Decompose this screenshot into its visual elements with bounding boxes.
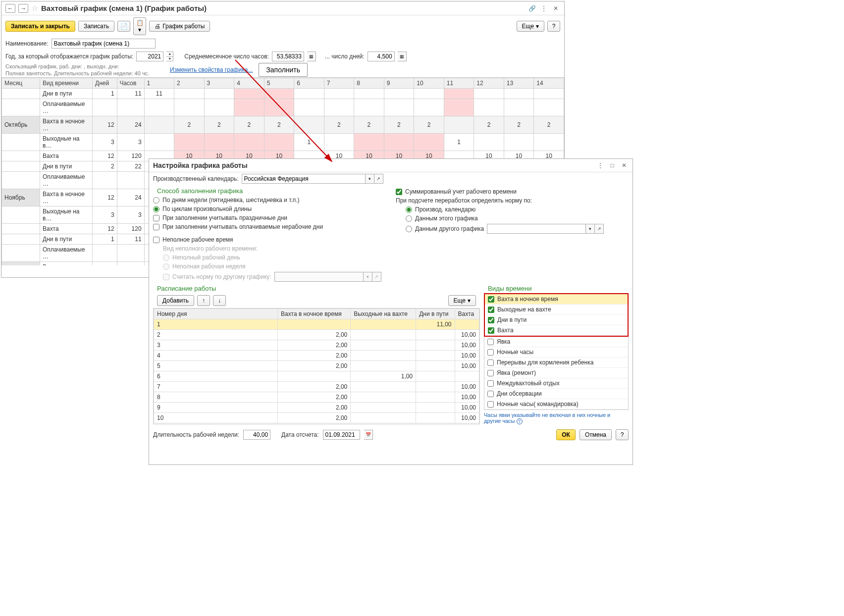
norm-other-select — [274, 272, 364, 279]
attach-icon[interactable]: 🔗 — [528, 4, 536, 13]
titlebar: ← → ☆ Вахтовый график (смена 1) (График … — [1, 1, 564, 15]
dialog-titlebar: Настройка графика работы ⋮ □ ✕ — [149, 159, 633, 172]
toolbar: Записать и закрыть Записать 📄 📋▾ 🖨 Графи… — [1, 15, 564, 37]
window-title: Вахтовый график (смена 1) (График работы… — [41, 4, 525, 12]
save-close-button[interactable]: Записать и закрыть — [5, 21, 75, 32]
overtime-label: При подсчете переработок определять норм… — [396, 196, 629, 205]
star-icon[interactable]: ☆ — [31, 3, 38, 13]
avg-hours-input[interactable] — [272, 51, 304, 61]
fill-button[interactable]: Заполнить — [259, 63, 308, 77]
open-icon[interactable]: ↗ — [374, 174, 383, 184]
nav-back-button[interactable]: ← — [5, 4, 15, 13]
part-day-radio: Неполный рабочий день — [163, 253, 386, 262]
change-props-link[interactable]: Изменить свойства графика... — [170, 66, 253, 73]
report-icon[interactable]: 📄 — [117, 21, 130, 32]
save-button[interactable]: Записать — [78, 21, 114, 32]
avg-hours-label: Среднемесячное число часов: — [184, 53, 269, 60]
print-schedule-button[interactable]: 🖨 График работы — [149, 21, 210, 32]
dialog-menu-icon[interactable]: ⋮ — [596, 161, 605, 170]
part-week-radio: Неполная рабочая неделя — [163, 262, 386, 271]
dropdown-icon[interactable]: ▾ — [366, 174, 374, 184]
parttime-check[interactable]: Неполное рабочее время — [153, 235, 386, 244]
dialog-max-icon[interactable]: □ — [608, 161, 617, 170]
menu-icon[interactable]: ⋮ — [539, 4, 548, 13]
close-icon[interactable]: ✕ — [551, 4, 560, 13]
overtime-other-radio[interactable]: Данным другого графика ▾↗ — [406, 223, 629, 235]
schedule-desc2: Полная занятость. Длительность рабочей н… — [1, 70, 170, 77]
calc2-icon[interactable]: ▦ — [398, 51, 407, 61]
holidays-check[interactable]: При заполнении учитывать праздничные дни — [153, 213, 386, 222]
year-down-icon[interactable]: ▼ — [166, 57, 173, 61]
by-cycle-radio[interactable]: По циклам произвольной длины — [153, 205, 386, 213]
paidoff-check[interactable]: При заполнении учитывать оплачиваемые не… — [153, 222, 386, 231]
parttime-type-label: Вид неполного рабочего времени: — [163, 244, 386, 253]
norm-other-check: Считать норму по другому графику: ▾↗ — [163, 271, 386, 279]
other-sched-select[interactable] — [487, 224, 586, 234]
nav-forward-button[interactable]: → — [18, 4, 28, 13]
name-input[interactable] — [52, 39, 156, 49]
year-input[interactable] — [136, 51, 163, 61]
help-button[interactable]: ? — [547, 21, 560, 32]
calendar-select[interactable] — [242, 174, 366, 184]
overtime-this-radio[interactable]: Данным этого графика — [406, 214, 629, 223]
avg-days-input[interactable] — [368, 51, 395, 61]
avg-days-label: ... число дней: — [325, 53, 365, 60]
name-label: Наименование: — [5, 40, 49, 47]
by-week-radio[interactable]: По дням недели (пятидневка, шестидневка … — [153, 196, 386, 205]
copy-icon[interactable]: 📋▾ — [133, 17, 146, 35]
dialog-close-icon[interactable]: ✕ — [620, 161, 629, 170]
overtime-prodcal-radio[interactable]: Производ. календарю — [406, 205, 629, 214]
more-button[interactable]: Еще ▾ — [517, 21, 544, 32]
dialog-title: Настройка графика работы — [153, 161, 593, 169]
fill-method-title: Способ заполнения графика — [153, 185, 386, 196]
summarized-check[interactable]: Суммированный учет рабочего времени — [396, 187, 629, 196]
schedule-desc1: Скользящий график, раб. дни: , выходн. д… — [1, 63, 170, 70]
year-up-icon[interactable]: ▲ — [166, 52, 173, 57]
year-label: Год, за который отображается график рабо… — [5, 53, 133, 60]
settings-dialog: Настройка графика работы ⋮ □ ✕ Производс… — [149, 158, 633, 279]
calendar-label: Производственный календарь: — [153, 175, 239, 182]
calc-icon[interactable]: ▦ — [307, 51, 316, 61]
